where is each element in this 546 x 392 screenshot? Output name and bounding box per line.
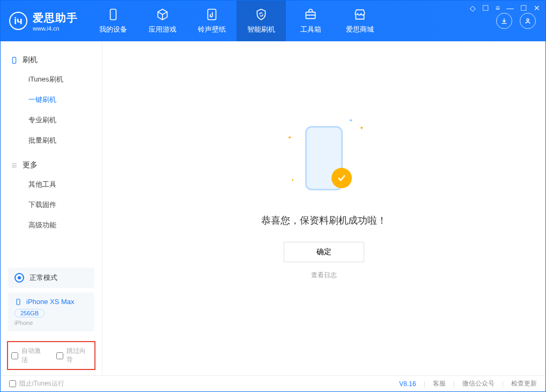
tab-label: 工具箱 (300, 25, 321, 34)
logo-icon: iч (9, 12, 27, 30)
tab-apps[interactable]: 应用游戏 (138, 1, 187, 41)
sidebar-item-batch-flash[interactable]: 批量刷机 (1, 130, 102, 151)
window-controls: ◇ ☐ ≡ — ☐ ✕ (470, 4, 540, 12)
app-logo: iч 爱思助手 www.i4.cn (1, 1, 88, 41)
main-panel: ✦ ✦ • ✦ 恭喜您，保资料刷机成功啦！ 确定 查看日志 (102, 41, 545, 375)
view-log-link[interactable]: 查看日志 (311, 271, 337, 280)
app-site: www.i4.cn (33, 25, 78, 32)
device-type: iPhone (14, 320, 88, 326)
music-file-icon (205, 8, 219, 21)
auto-activate-input[interactable] (11, 352, 18, 359)
cube-icon (156, 8, 169, 21)
sidebar-item-advanced[interactable]: 高级功能 (1, 215, 102, 235)
device-name: iPhone XS Max (26, 298, 75, 306)
tab-smart-flash[interactable]: 智能刷机 (237, 1, 286, 41)
sidebar: 刷机 iTunes刷机 一键刷机 专业刷机 批量刷机 更多 其他工具 下载固件 … (1, 41, 102, 375)
check-icon (331, 168, 352, 188)
tab-toolbox[interactable]: 工具箱 (286, 1, 335, 41)
user-button[interactable] (520, 13, 536, 29)
app-name: 爱思助手 (33, 11, 78, 25)
phone-icon (106, 8, 120, 21)
block-itunes-input[interactable] (9, 380, 16, 387)
skip-guide-checkbox[interactable]: 跳过向导 (56, 346, 92, 365)
status-bar: 阻止iTunes运行 V8.16 | 客服 | 微信公众号 | 检查更新 (1, 375, 545, 391)
store-icon (353, 8, 367, 21)
options-highlight: 自动激活 跳过向导 (7, 341, 95, 370)
tab-label: 铃声壁纸 (198, 25, 226, 34)
svg-rect-4 (12, 57, 16, 63)
svg-point-3 (527, 19, 529, 21)
feedback-icon[interactable]: ☐ (482, 4, 489, 12)
menu-icon[interactable]: ≡ (496, 4, 500, 12)
mode-indicator-icon (14, 273, 24, 283)
minimize-button[interactable]: — (506, 4, 514, 12)
tab-label: 爱思商城 (346, 25, 374, 34)
sidebar-item-itunes-flash[interactable]: iTunes刷机 (1, 69, 102, 90)
device-icon (10, 56, 18, 64)
svg-rect-1 (208, 9, 216, 20)
skip-guide-input[interactable] (56, 352, 63, 359)
device-mode: 正常模式 (29, 273, 57, 283)
shield-refresh-icon (254, 8, 268, 21)
sidebar-item-download-firmware[interactable]: 下载固件 (1, 195, 102, 215)
wechat-link[interactable]: 微信公众号 (462, 379, 495, 388)
version-label: V8.16 (399, 380, 416, 388)
sidebar-group-flash: 刷机 (1, 51, 102, 69)
sidebar-item-pro-flash[interactable]: 专业刷机 (1, 110, 102, 130)
close-button[interactable]: ✕ (534, 4, 540, 12)
device-storage: 256GB (14, 309, 45, 317)
main-tabs: 我的设备 应用游戏 铃声壁纸 智能刷机 工具箱 爱思商城 (88, 1, 496, 41)
tab-store[interactable]: 爱思商城 (335, 1, 385, 41)
ok-button[interactable]: 确定 (284, 242, 364, 262)
download-icon (500, 17, 508, 25)
success-message: 恭喜您，保资料刷机成功啦！ (261, 214, 387, 227)
tab-my-device[interactable]: 我的设备 (88, 1, 138, 41)
sidebar-item-other-tools[interactable]: 其他工具 (1, 174, 102, 195)
device-mode-box[interactable]: 正常模式 (8, 268, 94, 288)
device-info-box[interactable]: iPhone XS Max 256GB iPhone (8, 292, 94, 331)
download-button[interactable] (496, 13, 512, 29)
tab-label: 智能刷机 (247, 25, 275, 34)
toolbox-icon (304, 8, 318, 21)
tab-ringtones[interactable]: 铃声壁纸 (187, 1, 237, 41)
tab-label: 我的设备 (99, 25, 127, 34)
titlebar: iч 爱思助手 www.i4.cn 我的设备 应用游戏 铃声壁纸 智能刷机 (1, 1, 545, 41)
sidebar-group-more: 更多 (1, 156, 102, 174)
svg-rect-5 (17, 299, 20, 305)
tab-label: 应用游戏 (149, 25, 176, 34)
check-update-link[interactable]: 检查更新 (511, 379, 537, 388)
auto-activate-checkbox[interactable]: 自动激活 (11, 346, 47, 365)
support-link[interactable]: 客服 (433, 379, 446, 388)
user-icon (523, 17, 532, 25)
theme-icon[interactable]: ◇ (470, 4, 476, 12)
success-illustration: ✦ ✦ • ✦ (281, 115, 367, 201)
list-icon (10, 161, 18, 169)
maximize-button[interactable]: ☐ (520, 4, 527, 12)
phone-small-icon (14, 298, 22, 306)
block-itunes-checkbox[interactable]: 阻止iTunes运行 (9, 379, 64, 388)
sidebar-item-oneclick-flash[interactable]: 一键刷机 (1, 90, 102, 110)
svg-rect-0 (110, 9, 116, 20)
